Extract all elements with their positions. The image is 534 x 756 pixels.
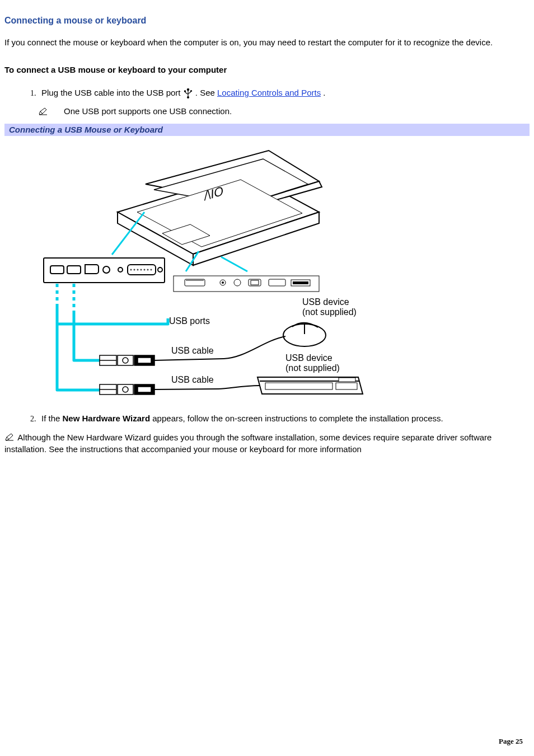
svg-line-26 [221,257,247,271]
figure-usb-connection: /\IO [39,139,364,402]
svg-point-37 [144,269,145,270]
usb-trident-icon [183,88,193,98]
svg-point-33 [130,269,132,270]
intro-paragraph: If you connect the mouse or keyboard whe… [4,37,530,48]
svg-point-19 [234,279,241,286]
label-usb-cable-2: USB cable [171,375,214,384]
page-number: Page 25 [499,737,523,746]
label-usb-device-2: USB device [285,353,332,363]
procedure-heading: To connect a USB mouse or keyboard to yo… [4,65,530,74]
note-usb-connection: One USB port supports one USB connection… [38,106,530,116]
closing-note-text: Although the New Hardware Wizard guides … [4,433,491,453]
svg-point-60 [123,387,128,392]
svg-rect-21 [251,280,259,285]
note-icon [38,107,48,116]
step-2: If the New Hardware Wizard appears, foll… [38,412,530,424]
locating-controls-link[interactable]: Locating Controls and Ports [217,88,321,97]
svg-point-2 [187,96,189,98]
svg-rect-47 [265,383,332,389]
svg-point-39 [151,269,152,270]
figure-caption: Connecting a USB Mouse or Keyboard [4,124,530,136]
step-1: Plug the USB cable into the USB port . S… [38,87,530,98]
svg-point-34 [134,269,135,270]
svg-rect-49 [339,378,355,382]
step-1-text-post-prefix: . See [195,88,217,97]
svg-point-31 [118,267,123,272]
label-not-supplied-1: (not supplied) [302,307,357,317]
svg-point-1 [187,89,189,91]
step-2-post: appears, follow the on-screen instructio… [152,414,443,423]
label-usb-ports: USB ports [169,316,210,326]
closing-note: Although the New Hardware Wizard guides … [4,432,530,455]
step-2-bold: New Hardware Wizard [63,414,151,423]
svg-point-40 [158,267,162,272]
svg-point-38 [147,269,148,270]
label-usb-device-1: USB device [302,297,349,307]
svg-rect-24 [293,281,308,284]
step-2-pre: If the [41,414,63,423]
svg-point-18 [222,281,224,284]
svg-rect-28 [50,266,64,274]
svg-rect-22 [269,279,285,286]
svg-rect-48 [336,383,357,389]
section-heading: Connecting a mouse or keyboard [4,16,530,26]
svg-line-63 [154,389,218,389]
note-text: One USB port supports one USB connection… [64,106,232,116]
svg-rect-55 [138,358,151,363]
svg-point-36 [140,269,142,270]
svg-point-30 [103,266,110,273]
label-not-supplied-2: (not supplied) [285,363,340,373]
step-1-text-post-suffix: . [323,88,325,97]
svg-point-53 [123,358,128,363]
step-1-text-pre: Plug the USB cable into the USB port [41,88,183,97]
note-icon [4,433,15,442]
svg-rect-3 [184,91,186,92]
svg-point-35 [137,269,138,270]
label-usb-cable-1: USB cable [171,346,214,355]
svg-line-56 [154,359,224,360]
svg-point-4 [190,90,192,92]
svg-rect-29 [67,266,81,274]
svg-rect-62 [138,387,151,392]
